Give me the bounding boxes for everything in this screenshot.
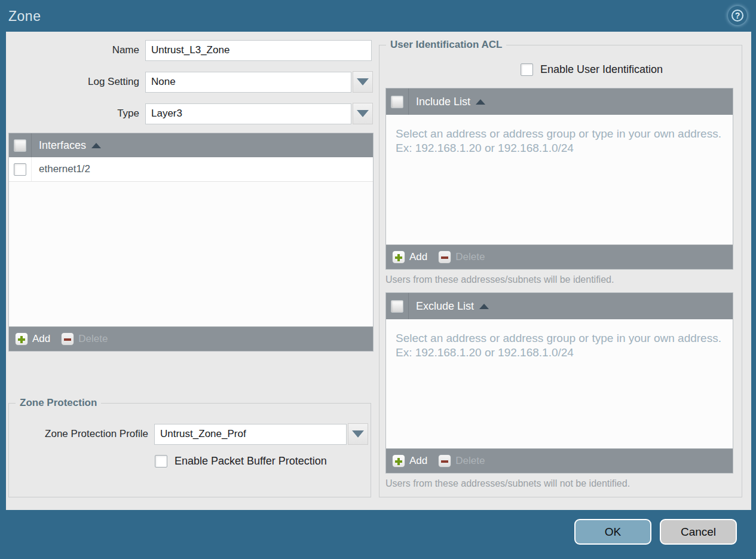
select-all-exclude-checkbox[interactable] [391,300,403,313]
zone-protection-profile-row: Zone Protection Profile [11,423,368,445]
exclude-list-caption: Users from these addresses/subnets will … [385,478,630,489]
delete-include-button[interactable]: Delete [438,251,485,264]
zone-protection-profile-label: Zone Protection Profile [11,428,154,440]
delete-label: Delete [455,455,485,467]
question-glyph: ? [731,10,743,22]
include-list-footer: Add Delete [386,245,733,269]
delete-exclude-button[interactable]: Delete [438,454,485,468]
sort-ascending-icon [91,143,101,148]
user-identification-acl-section: User Identification ACL Enable User Iden… [379,39,742,497]
add-include-button[interactable]: Add [392,251,427,264]
type-dropdown-button[interactable] [353,103,373,124]
table-row[interactable]: ethernet1/2 [9,157,373,182]
interfaces-table: Interfaces ethernet1/2 Add Delete [8,133,374,352]
select-all-include-checkbox[interactable] [391,96,403,108]
include-list-caption: Users from these addresses/subnets will … [385,274,614,285]
log-setting-dropdown-button[interactable] [353,71,373,93]
add-label: Add [32,333,50,345]
exclude-list-header: Exclude List [386,293,733,319]
minus-icon [61,332,74,346]
log-setting-label: Log Setting [8,76,145,88]
delete-interface-button[interactable]: Delete [61,332,108,346]
zone-dialog-body: Name Log Setting Type Interfaces ether [6,32,751,510]
minus-icon [438,454,451,468]
chevron-down-icon [352,430,364,438]
interface-name: ethernet1/2 [32,163,90,175]
include-list-column-header[interactable]: Include List [409,88,485,115]
exclude-list-column-header[interactable]: Exclude List [409,293,489,319]
delete-label: Delete [78,333,108,345]
enable-user-identification-checkbox[interactable] [521,63,533,76]
plus-icon [15,332,28,346]
exclude-list-footer: Add Delete [386,448,733,473]
minus-icon [438,251,451,264]
delete-label: Delete [455,251,485,263]
help-icon[interactable]: ? [728,6,747,25]
zone-protection-profile-dropdown-button[interactable] [348,423,368,445]
dialog-titlebar: Zone ? [0,0,756,32]
log-setting-combo [145,71,373,93]
log-setting-row: Log Setting [8,71,373,93]
type-input[interactable] [145,103,351,124]
sort-ascending-icon [476,99,485,105]
chevron-down-icon [357,78,369,85]
include-list-header-label: Include List [416,96,470,108]
page-title: Zone [8,8,41,25]
interfaces-table-footer: Add Delete [9,326,373,351]
log-setting-input[interactable] [145,72,351,93]
zone-protection-legend: Zone Protection [16,397,101,409]
include-list-table: Include List Select an address or addres… [385,88,733,270]
user-identification-acl-legend: User Identification ACL [386,39,506,51]
exclude-list-placeholder: Select an address or address group or ty… [386,319,733,360]
zone-protection-section: Zone Protection Zone Protection Profile … [8,397,371,497]
interfaces-column-header[interactable]: Interfaces [32,133,101,157]
packet-buffer-row: Enable Packet Buffer Protection [155,455,327,468]
add-interface-button[interactable]: Add [15,332,50,346]
exclude-list-table: Exclude List Select an address or addres… [385,292,733,474]
interface-row-checkbox[interactable] [14,163,26,176]
include-list-placeholder: Select an address or address group or ty… [386,115,733,155]
type-label: Type [8,108,145,120]
enable-packet-buffer-checkbox[interactable] [155,455,167,468]
exclude-list-header-label: Exclude List [416,300,474,313]
enable-user-identification-label: Enable User Identification [540,63,663,76]
interfaces-header-label: Interfaces [39,139,86,152]
ok-button[interactable]: OK [574,519,651,545]
name-label: Name [8,44,145,56]
include-list-header: Include List [386,88,733,115]
select-all-interfaces-checkbox[interactable] [14,139,26,152]
enable-user-identification-row: Enable User Identification [521,63,663,76]
name-row: Name [8,39,372,61]
cancel-button[interactable]: Cancel [660,519,737,545]
include-list-body[interactable]: Select an address or address group or ty… [386,115,733,245]
interfaces-table-body: ethernet1/2 [9,157,373,326]
type-combo [145,103,373,124]
chevron-down-icon [357,110,369,117]
zone-protection-profile-input[interactable] [154,424,347,445]
add-label: Add [409,455,427,467]
add-label: Add [409,251,427,263]
name-input[interactable] [145,40,372,61]
packet-buffer-label: Enable Packet Buffer Protection [175,455,327,468]
interfaces-table-header: Interfaces [9,133,373,157]
sort-ascending-icon [479,304,489,309]
exclude-list-body[interactable]: Select an address or address group or ty… [386,319,733,448]
plus-icon [392,454,405,468]
type-row: Type [8,103,373,124]
add-exclude-button[interactable]: Add [392,454,427,468]
plus-icon [392,251,405,264]
dialog-footer: OK Cancel [574,519,737,545]
